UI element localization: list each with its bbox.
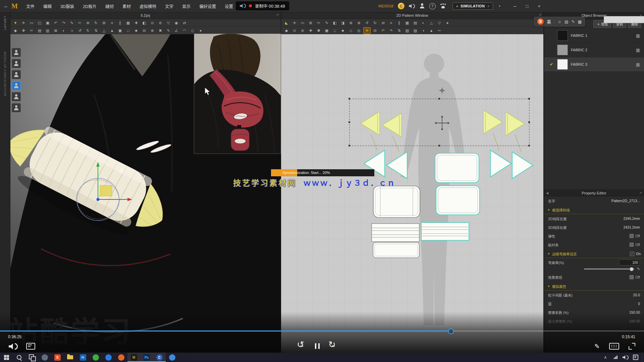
toolbar-icon[interactable]: □ <box>125 27 131 34</box>
toolbar-icon[interactable]: ⊞ <box>101 20 107 26</box>
toolbar-icon[interactable]: ▣ <box>44 20 51 26</box>
maximize-button[interactable]: □ <box>526 4 529 9</box>
menu-settings[interactable]: 设置 <box>220 3 237 9</box>
chrome-icon[interactable] <box>102 353 115 362</box>
avatar-preset-button[interactable] <box>12 103 21 112</box>
property-value[interactable]: 0 <box>638 302 640 306</box>
toolbar-icon[interactable]: ◑ <box>68 27 75 34</box>
menu-material[interactable]: 素材 <box>118 3 135 9</box>
back-arrow-icon[interactable]: ← <box>3 3 9 9</box>
toolbar-icon[interactable]: ▭ <box>28 20 35 26</box>
show-desktop-button[interactable] <box>642 353 644 362</box>
fabric-row-selected[interactable]: ✔ FABRIC 3 ▦ <box>544 57 644 72</box>
toolbar-icon[interactable]: ● <box>197 27 204 34</box>
fabric-swatch[interactable] <box>557 45 568 55</box>
toolbar-icon[interactable]: ⇄ <box>380 20 386 26</box>
toolbar-icon[interactable]: ◆ <box>12 27 19 34</box>
2d-pattern-canvas[interactable] <box>281 34 543 353</box>
progress-bar[interactable] <box>0 330 644 331</box>
toolbar-icon[interactable]: ∥ <box>117 20 123 26</box>
toolbar-icon[interactable]: ◠ <box>181 27 188 34</box>
ime-mode-indicator[interactable]: 英 <box>547 18 551 25</box>
toolbar-icon[interactable]: ⊕ <box>149 27 156 34</box>
property-value[interactable]: Pattern2D_2713... <box>611 199 640 203</box>
toolbar-icon[interactable]: ▤ <box>412 20 419 26</box>
fabric-row[interactable]: FABRIC 1 ▦ <box>544 28 644 43</box>
fabric-texture-icon[interactable]: ▦ <box>636 62 640 67</box>
fuse-toggle[interactable]: Off <box>630 243 640 247</box>
fabric-texture-icon[interactable]: ▦ <box>636 48 640 53</box>
rail-tab-modular-configurator[interactable]: MODULAR CONFIGURATOR <box>3 52 7 96</box>
keyboard-shortcuts-button[interactable] <box>609 343 619 350</box>
toolbar-icon[interactable]: ✛ <box>364 27 370 34</box>
toolbar-icon[interactable]: ✖ <box>315 27 322 34</box>
toolbar-icon[interactable]: ↻ <box>372 20 378 26</box>
keyboard-icon[interactable]: ▤ <box>565 19 568 24</box>
toolbar-icon[interactable]: ✎ <box>68 20 75 26</box>
forward-30-button[interactable]: ↻ 30 <box>328 341 338 351</box>
toolbar-icon[interactable]: ✎ <box>165 27 172 34</box>
toolbar-icon[interactable]: ⊕ <box>347 20 354 26</box>
toolbar-icon[interactable]: ▲ <box>428 27 435 34</box>
menu-avatar[interactable]: 虚拟模特 <box>135 3 161 9</box>
firefox-icon[interactable] <box>115 353 127 362</box>
toolbar-icon[interactable]: ◧ <box>141 20 148 26</box>
curvature-slider[interactable] <box>584 268 634 269</box>
search-icon[interactable] <box>13 353 25 362</box>
toolbar-icon[interactable]: ◰ <box>36 20 43 26</box>
task-view-icon[interactable] <box>25 353 38 362</box>
collapse-arrow-icon[interactable]: ◀ <box>546 191 548 195</box>
avatar-preset-button[interactable] <box>12 92 21 101</box>
menu-2d-pattern[interactable]: 2D板片 <box>78 3 101 9</box>
curvature-input[interactable]: 100 <box>619 259 640 265</box>
toolbar-icon[interactable]: △ <box>428 20 435 26</box>
fabric-swatch[interactable] <box>557 59 568 70</box>
toolbar-icon[interactable]: ≡ <box>388 20 394 26</box>
toolbar-icon[interactable]: △ <box>101 27 107 34</box>
toolbar-icon[interactable]: ◇ <box>347 27 354 34</box>
2d-window-titlebar[interactable]: 2D Pattern Window ↗ <box>281 12 543 19</box>
toolbar-icon[interactable]: ◑ <box>420 27 427 34</box>
fabric-row[interactable]: FABRIC 2 ▦ <box>544 43 644 57</box>
toolbar-icon[interactable]: ↺ <box>364 20 370 26</box>
toolbar-icon[interactable]: ◐ <box>420 20 427 26</box>
toolbar-icon[interactable]: ↷ <box>60 20 67 26</box>
toolbar-icon[interactable]: ◉ <box>173 20 180 26</box>
fabric-texture-icon[interactable]: ▦ <box>636 33 640 38</box>
mail-icon[interactable]: ✉ <box>76 353 89 362</box>
fabric-swatch[interactable] <box>557 30 568 41</box>
toolbar-icon[interactable]: ⊘ <box>157 20 164 26</box>
menu-edit[interactable]: 编辑 <box>39 3 56 9</box>
toolbar-icon[interactable]: ↶ <box>380 27 386 34</box>
file-explorer-icon[interactable] <box>64 353 76 362</box>
toolbar-icon[interactable]: ⊟ <box>141 27 148 34</box>
toolbar-icon[interactable]: ↷ <box>388 27 394 34</box>
browser-icon[interactable] <box>166 353 178 362</box>
gizmo-center[interactable] <box>97 198 100 201</box>
menu-3d-garment[interactable]: 3D服装 <box>56 3 78 9</box>
avatar-preset-button[interactable] <box>12 48 21 57</box>
credits-icon[interactable]: C <box>398 3 405 9</box>
wechat-icon[interactable] <box>89 353 102 362</box>
sogou-logo-icon[interactable]: S <box>537 18 544 25</box>
tray-volume-icon[interactable] <box>621 353 631 362</box>
close-button[interactable]: × <box>538 4 540 9</box>
simulation-button[interactable]: » SIMULATION ▼ <box>452 2 493 10</box>
marvelous-designer-icon[interactable]: M <box>127 353 140 362</box>
toolbar-icon[interactable]: ↻ <box>85 27 91 34</box>
gizmo-plane-handle[interactable] <box>100 185 112 196</box>
section-edge-curvature[interactable]: ▼边缘弯曲率设定 ✓On <box>544 250 644 258</box>
toolbar-icon[interactable]: ▦ <box>125 20 131 26</box>
rewind-10-button[interactable]: ↺ 10 <box>297 341 306 351</box>
menu-sewing[interactable]: 缝纫 <box>101 3 118 9</box>
menu-display[interactable]: 显示 <box>178 3 195 9</box>
section-simulation-properties[interactable]: ▼模拟属性 <box>544 282 644 291</box>
toolbar-icon[interactable]: ⇅ <box>396 27 402 34</box>
toolbar-icon[interactable]: ↺ <box>76 27 83 34</box>
help-icon[interactable]: ? <box>429 3 436 9</box>
toolbar-icon[interactable]: ▽ <box>436 20 443 26</box>
toolbar-icon[interactable]: ✂ <box>315 20 322 26</box>
volume-button[interactable] <box>9 343 18 350</box>
popout-icon[interactable]: ↗ <box>276 13 279 17</box>
toolbar-icon[interactable]: ✥ <box>20 27 27 34</box>
